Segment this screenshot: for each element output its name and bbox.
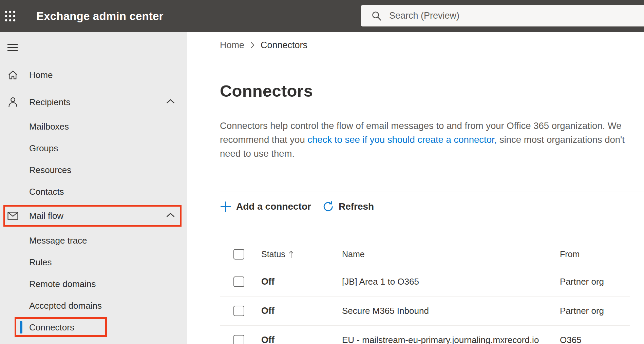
sidebar-item-label: Rules [29,257,52,268]
name-cell[interactable]: Secure M365 Inbound [342,306,560,316]
person-icon [7,97,18,107]
sidebar-item-label: Home [29,70,53,80]
sidebar-item-label: Remote domains [29,279,96,289]
sidebar-item-remote-domains[interactable]: Remote domains [0,273,187,295]
chevron-up-icon[interactable] [166,213,175,219]
search-box[interactable] [361,5,644,26]
page-title: Connectors [220,81,630,100]
sidebar-item-label: Connectors [29,322,74,333]
sidebar-item-label: Mailboxes [29,121,69,132]
name-cell[interactable]: EU - mailstream-eu-primary.journaling.mx… [342,335,560,344]
hamburger-menu-icon[interactable] [7,43,20,51]
from-cell: Partner org [560,276,630,287]
from-cell: O365 [560,335,630,344]
column-header-from[interactable]: From [560,249,630,259]
row-checkbox[interactable] [233,306,244,316]
sidebar-item-connectors[interactable]: Connectors [0,317,187,338]
table-header-row: Status Name From [220,242,630,267]
table-row[interactable]: Off Secure M365 Inbound Partner org [220,297,630,326]
sidebar-item-contacts[interactable]: Contacts [0,181,187,203]
sidebar-item-label: Groups [29,143,58,154]
sidebar-item-label: Message trace [29,235,87,246]
refresh-button[interactable]: Refresh [322,201,374,212]
toolbar: Add a connector Refresh [220,197,630,216]
sidebar-item-message-trace[interactable]: Message trace [0,230,187,251]
table-row[interactable]: Off [JB] Area 1 to O365 Partner org [220,267,630,297]
breadcrumb-chevron-icon [250,41,254,49]
chevron-up-icon[interactable] [166,99,175,106]
app-launcher-waffle-icon[interactable] [0,0,20,32]
refresh-icon [322,201,334,212]
mail-icon [7,211,18,221]
home-icon [7,70,18,80]
sort-ascending-arrow-icon [289,250,293,259]
sidebar-nav: Home Recipients Mailboxes Groups Reso [0,64,187,338]
breadcrumb-current: Connectors [261,40,307,51]
main-content: Home Connectors Connectors Connectors he… [187,32,644,344]
sidebar-item-label: Recipients [29,97,70,108]
row-checkbox[interactable] [233,335,244,344]
status-cell: Off [261,335,342,344]
table-row[interactable]: Off EU - mailstream-eu-primary.journalin… [220,326,630,344]
page-description: Connectors help control the flow of emai… [220,119,630,160]
sidebar-item-home[interactable]: Home [0,64,187,86]
sidebar-item-mail-flow[interactable]: Mail flow [0,205,187,227]
sidebar-item-resources[interactable]: Resources [0,159,187,181]
sidebar-item-label: Mail flow [29,211,63,221]
search-input[interactable] [389,11,593,21]
add-connector-label: Add a connector [236,201,311,212]
column-header-name[interactable]: Name [342,249,560,259]
plus-icon [220,201,231,212]
toolbar-divider [220,191,644,191]
sidebar-item-accepted-domains[interactable]: Accepted domains [0,295,187,317]
connectors-table: Status Name From Off [JB] Area 1 to O365… [220,242,630,344]
topbar: Exchange admin center [0,0,644,32]
sidebar-item-groups[interactable]: Groups [0,137,187,159]
breadcrumb-home-link[interactable]: Home [220,40,244,51]
sidebar-item-label: Resources [29,165,71,175]
from-cell: Partner org [560,306,630,316]
status-cell: Off [261,306,342,316]
status-cell: Off [261,276,342,287]
sidebar-item-rules[interactable]: Rules [0,251,187,273]
sidebar-item-label: Contacts [29,187,64,197]
column-header-status[interactable]: Status [261,249,285,259]
search-icon [372,11,382,21]
create-connector-check-link[interactable]: check to see if you should create a conn… [307,134,497,145]
app-title: Exchange admin center [36,10,164,23]
row-checkbox[interactable] [233,276,244,287]
sidebar-item-recipients[interactable]: Recipients [0,91,187,113]
breadcrumb: Home Connectors [220,40,630,50]
sidebar: Home Recipients Mailboxes Groups Reso [0,32,187,344]
selected-indicator-bar [20,321,22,333]
sidebar-item-mailboxes[interactable]: Mailboxes [0,116,187,137]
select-all-checkbox[interactable] [233,249,244,260]
waffle-icon [4,11,16,22]
sidebar-item-label: Accepted domains [29,301,102,311]
add-connector-button[interactable]: Add a connector [220,201,311,212]
refresh-label: Refresh [339,201,374,212]
name-cell[interactable]: [JB] Area 1 to O365 [342,276,560,287]
